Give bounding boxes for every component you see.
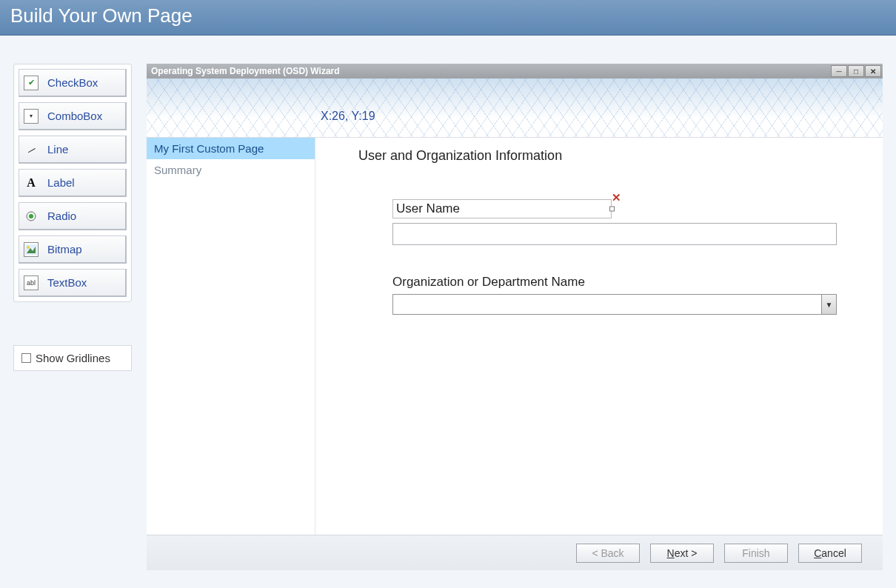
coord-readout: X:26, Y:19	[321, 110, 375, 123]
window-buttons: ─ □ ✕	[831, 65, 881, 77]
wizard-banner: X:26, Y:19	[147, 78, 883, 138]
wizard-content[interactable]: User and Organization Information User N…	[315, 138, 883, 535]
back-button[interactable]: < Back	[576, 544, 640, 563]
next-button[interactable]: Next >	[650, 544, 714, 563]
toolbox-panel: ✔ CheckBox ▾ ComboBox ─ Line A Label Rad…	[13, 64, 132, 302]
tool-radio[interactable]: Radio	[19, 202, 127, 230]
tool-label: TextBox	[47, 276, 87, 289]
org-label: Organization or Department Name	[392, 275, 853, 290]
combobox-icon: ▾	[24, 109, 39, 124]
wizard-title: Operating System Deployment (OSD) Wizard	[151, 66, 831, 76]
toolbox-column: ✔ CheckBox ▾ ComboBox ─ Line A Label Rad…	[13, 64, 132, 570]
delete-icon[interactable]: ✕	[612, 191, 621, 204]
tool-checkbox[interactable]: ✔ CheckBox	[19, 69, 127, 97]
page-header: Build Your Own Page	[0, 0, 896, 36]
label-icon: A	[24, 176, 39, 190]
tool-label: CheckBox	[47, 76, 98, 89]
svg-point-4	[27, 246, 30, 249]
page-title: Build Your Own Page	[10, 4, 193, 27]
nav-item-custom-page[interactable]: My First Custom Page	[147, 138, 315, 159]
wizard-body: My First Custom Page Summary User and Or…	[147, 138, 883, 535]
wizard-titlebar[interactable]: Operating System Deployment (OSD) Wizard…	[147, 64, 883, 78]
tool-label: ComboBox	[47, 110, 102, 122]
show-gridlines-toggle[interactable]: Show Gridlines	[13, 345, 132, 371]
checkbox-icon	[21, 353, 31, 363]
bitmap-icon	[24, 242, 39, 257]
nav-item-summary[interactable]: Summary	[147, 159, 315, 181]
field-user-name: User Name ✕	[392, 199, 853, 245]
line-icon: ─	[21, 139, 41, 159]
cancel-button[interactable]: Cancel	[798, 544, 862, 563]
nav-item-label: My First Custom Page	[154, 142, 264, 155]
content-heading: User and Organization Information	[358, 148, 853, 164]
minimize-button[interactable]: ─	[831, 65, 847, 77]
maximize-button[interactable]: □	[848, 65, 864, 77]
designer-label-user-name[interactable]: User Name ✕	[392, 199, 612, 218]
button-label: < Back	[592, 547, 623, 559]
show-gridlines-label: Show Gridlines	[36, 352, 110, 364]
org-combobox-value	[393, 295, 821, 314]
wizard-footer: < Back Next > Finish Cancel	[147, 535, 883, 570]
wizard-window: Operating System Deployment (OSD) Wizard…	[147, 64, 883, 570]
tool-label: Line	[47, 143, 68, 156]
close-button[interactable]: ✕	[865, 65, 881, 77]
wizard-nav: My First Custom Page Summary	[147, 138, 315, 535]
textbox-icon: abl	[24, 275, 39, 290]
workspace: ✔ CheckBox ▾ ComboBox ─ Line A Label Rad…	[0, 36, 896, 578]
tool-label: Bitmap	[47, 243, 82, 255]
button-label: Finish	[742, 547, 769, 559]
user-name-input[interactable]	[392, 223, 837, 245]
tool-label[interactable]: A Label	[19, 169, 127, 197]
tool-line[interactable]: ─ Line	[19, 136, 127, 164]
tool-combobox[interactable]: ▾ ComboBox	[19, 102, 127, 130]
finish-button[interactable]: Finish	[724, 544, 788, 563]
radio-icon	[24, 209, 39, 224]
accel-char: C	[814, 547, 821, 559]
tool-label: Label	[47, 176, 75, 189]
field-organization: Organization or Department Name ▼	[392, 275, 853, 315]
chevron-down-icon[interactable]: ▼	[821, 295, 836, 314]
svg-point-1	[29, 214, 33, 218]
tool-textbox[interactable]: abl TextBox	[19, 269, 127, 297]
label-text: User Name	[396, 201, 460, 216]
resize-handle-icon[interactable]	[609, 207, 615, 212]
tool-bitmap[interactable]: Bitmap	[19, 235, 127, 264]
org-combobox[interactable]: ▼	[392, 294, 837, 315]
nav-item-label: Summary	[154, 164, 201, 176]
tool-label: Radio	[47, 210, 76, 222]
checkbox-icon: ✔	[24, 76, 39, 90]
accel-char: N	[667, 547, 675, 559]
